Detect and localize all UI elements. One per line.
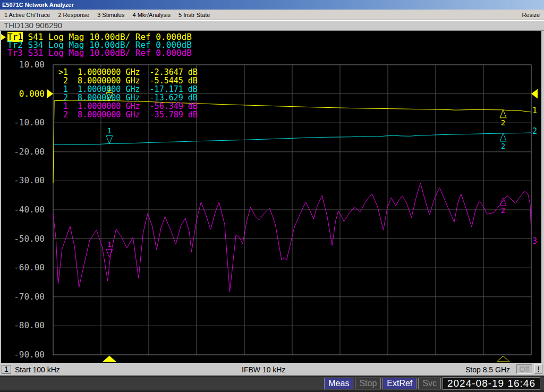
screen-right-bezel	[541, 31, 544, 363]
stop-frequency-label: Stop 8.5 GHz	[465, 365, 510, 374]
y-axis-label: -40.00	[10, 206, 45, 214]
start-frequency-label: Start 100 kHz	[15, 365, 60, 374]
y-axis-label: -10.00	[10, 118, 45, 127]
trigger-off-indicator: Off	[516, 364, 532, 374]
marker-table-row: 2 8.0000000 GHz -13.629 dB	[58, 93, 198, 102]
analyzer-window: E5071C Network Analyzer 1 Active Ch/Trac…	[0, 0, 544, 392]
y-axis-label: -20.00	[10, 148, 45, 156]
status-svc: Svc	[418, 378, 441, 389]
instrument-status-bar: MeasStopExtRefSvc 2024-08-19 16:46	[0, 377, 544, 392]
y-axis-label: -30.00	[10, 176, 45, 185]
marker-number-label: 1	[107, 240, 112, 249]
ifbw-label: IFBW 10 kHz	[242, 365, 285, 374]
y-axis-label: -50.00	[10, 235, 45, 243]
marker-table-row: >1 1.0000000 GHz -2.3647 dB	[58, 68, 198, 76]
y-axis-label: -90.00	[10, 351, 45, 359]
screen-left-bezel	[0, 31, 1, 363]
menu-item-5[interactable]: 5 Instr State	[178, 12, 210, 18]
instrument-label-bar: THD130 906290	[0, 20, 544, 31]
ref-level-arrow-left	[47, 89, 53, 99]
trace-number-label: 1	[532, 106, 537, 115]
status-stop: Stop	[355, 378, 381, 389]
marker-table-row: 1 1.0000000 GHz -17.171 dB	[58, 85, 198, 93]
marker-table-row: 2 8.0000000 GHz -35.789 dB	[58, 110, 198, 119]
window-titlebar[interactable]: E5071C Network Analyzer	[0, 0, 544, 10]
channel-status-bar: 1 Start 100 kHz IFBW 10 kHz Stop 8.5 GHz…	[0, 363, 544, 376]
clock: 2024-08-19 16:46	[443, 377, 540, 390]
trace-legend-tr3[interactable]: Tr3 S31 Log Mag 10.00dB/ Ref 0.000dB	[7, 49, 192, 57]
trace-id: Tr3	[7, 48, 23, 58]
stimulus-marker-icon	[497, 356, 509, 362]
y-axis-label: -80.00	[10, 321, 45, 330]
status-extref: ExtRef	[382, 378, 416, 389]
stimulus-marker-icon	[103, 356, 116, 362]
status-meas: Meas	[324, 378, 353, 389]
menu-item-3[interactable]: 3 Stimulus	[97, 12, 124, 18]
window-title: E5071C Network Analyzer	[2, 2, 74, 8]
channel-indicator: 1	[2, 365, 11, 374]
marker-number-label: 2	[501, 118, 505, 127]
marker-triangle-icon	[500, 133, 506, 141]
instrument-label: THD130 906290	[4, 21, 62, 30]
trace-number-label: 3	[532, 236, 537, 246]
y-axis-label: 0.000	[10, 90, 45, 98]
marker-table-row: 1 1.0000000 GHz -56.349 dB	[58, 102, 198, 110]
marker-number-label: 2	[501, 206, 505, 215]
menu-item-1[interactable]: 1 Active Ch/Trace	[4, 12, 50, 18]
trace-number-label: 2	[532, 126, 537, 136]
active-trace-arrow-icon	[1, 34, 6, 40]
marker-triangle-icon	[500, 198, 506, 206]
marker-number-label: 1	[107, 126, 112, 135]
y-axis-label: -70.00	[10, 293, 45, 301]
marker-triangle-icon	[500, 110, 506, 118]
resize-button[interactable]: Resize	[522, 12, 540, 18]
marker-triangle-icon	[106, 135, 113, 143]
error-indicator: !	[534, 364, 542, 374]
analyzer-screen: 112212312 Tr1 S41 Log Mag 10.00dB/ Ref 0…	[0, 31, 544, 363]
trace-params: S31 Log Mag 10.00dB/ Ref 0.000dB	[23, 48, 192, 58]
menu-bar: 1 Active Ch/Trace2 Response3 Stimulus4 M…	[0, 10, 544, 20]
menu-item-4[interactable]: 4 Mkr/Analysis	[132, 12, 171, 18]
y-axis-label: -60.00	[10, 263, 45, 272]
marker-table-row: 2 8.0000000 GHz -5.5445 dB	[58, 76, 198, 85]
marker-number-label: 2	[501, 142, 505, 150]
y-axis-label: 10.00	[10, 61, 45, 69]
ref-level-arrow-right	[531, 89, 538, 99]
menu-item-2[interactable]: 2 Response	[58, 12, 89, 18]
